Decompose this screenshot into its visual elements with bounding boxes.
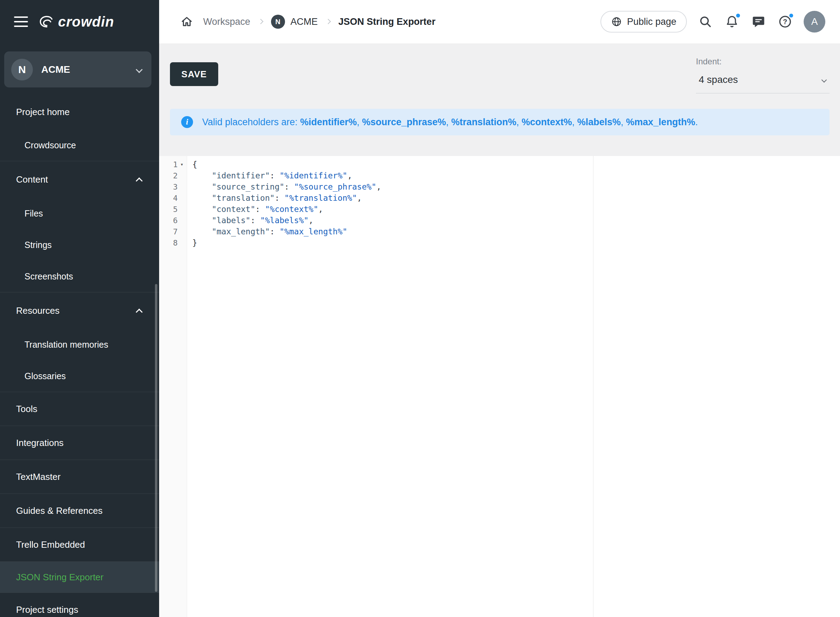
- editor-gutter: 1▾2▾3▾4▾5▾6▾7▾8▾: [159, 156, 187, 617]
- fold-arrow-icon[interactable]: ▾: [178, 161, 186, 168]
- code-line[interactable]: "context": "%context%",: [192, 204, 840, 215]
- line-number[interactable]: 3▾: [159, 181, 187, 192]
- sidebar-item-tools[interactable]: Tools: [0, 392, 159, 426]
- placeholder-token: %translation%: [451, 117, 516, 127]
- search-icon[interactable]: [697, 14, 713, 30]
- user-avatar[interactable]: A: [804, 11, 825, 32]
- placeholder-token: %labels%: [577, 117, 621, 127]
- notifications-bell-icon[interactable]: [724, 14, 740, 30]
- sidebar-scrollbar[interactable]: [155, 284, 158, 592]
- sidebar-item-project-home[interactable]: Project home: [0, 94, 159, 130]
- sidebar-item-textmaster[interactable]: TextMaster: [0, 460, 159, 493]
- sidebar-item-trello-embedded[interactable]: Trello Embedded: [0, 528, 159, 561]
- line-number[interactable]: 8▾: [159, 237, 187, 248]
- sidebar-item-label: JSON String Exporter: [16, 572, 103, 583]
- code-editor[interactable]: 1▾2▾3▾4▾5▾6▾7▾8▾ { "identifier": "%ident…: [159, 156, 840, 617]
- line-number[interactable]: 4▾: [159, 192, 187, 204]
- sidebar-item-translation-memories[interactable]: Translation memories: [0, 329, 159, 360]
- breadcrumb-project[interactable]: N ACME: [271, 15, 318, 29]
- top-header: Workspace N ACME JSON String Exporter Pu…: [159, 0, 840, 43]
- help-icon[interactable]: ?: [777, 14, 793, 30]
- breadcrumb: Workspace N ACME JSON String Exporter: [179, 14, 435, 30]
- sidebar-item-label: Strings: [25, 240, 52, 250]
- sidebar-item-files[interactable]: Files: [0, 198, 159, 229]
- sidebar-item-label: Guides & References: [16, 505, 102, 516]
- menu-icon[interactable]: [14, 16, 28, 27]
- placeholder-token: %identifier%: [300, 117, 357, 127]
- editor-ruler: [593, 156, 594, 617]
- sidebar-item-label: Screenshots: [25, 272, 73, 282]
- code-line[interactable]: "identifier": "%identifier%",: [192, 170, 840, 181]
- sidebar-item-label: TextMaster: [16, 471, 60, 482]
- main-area: Workspace N ACME JSON String Exporter Pu…: [159, 0, 840, 617]
- sidebar-item-label: Crowdsource: [25, 140, 76, 151]
- line-number[interactable]: 6▾: [159, 215, 187, 226]
- breadcrumb-project-name: ACME: [290, 16, 318, 27]
- sidebar-item-label: Tools: [16, 404, 37, 415]
- sidebar-item-label: Files: [25, 208, 43, 218]
- sidebar-item-strings[interactable]: Strings: [0, 229, 159, 261]
- indent-setting: Indent: 4 spaces: [696, 57, 830, 93]
- sidebar-item-label: Integrations: [16, 438, 63, 449]
- messages-icon[interactable]: [750, 14, 766, 30]
- sidebar-item-guides-references[interactable]: Guides & References: [0, 494, 159, 527]
- info-banner: i Valid placeholders are: %identifier%, …: [170, 109, 830, 135]
- sidebar-item-resources[interactable]: Resources: [0, 292, 159, 329]
- home-icon[interactable]: [179, 14, 195, 30]
- sidebar-item-label: Glossaries: [25, 371, 66, 381]
- chevron-right-icon: [326, 19, 330, 25]
- crowdin-logo-text: crowdin: [58, 14, 114, 30]
- globe-icon: [611, 16, 622, 27]
- sidebar-item-glossaries[interactable]: Glossaries: [0, 360, 159, 392]
- indent-select[interactable]: 4 spaces: [696, 73, 830, 93]
- svg-text:?: ?: [783, 18, 787, 25]
- code-line[interactable]: "max_length": "%max_length%": [192, 226, 840, 237]
- header-actions: Public page: [600, 11, 825, 32]
- org-avatar: N: [11, 59, 33, 80]
- public-page-label: Public page: [627, 16, 676, 27]
- placeholder-token: %source_phrase%: [362, 117, 446, 127]
- page-title: JSON String Exporter: [339, 16, 436, 27]
- sidebar-item-json-string-exporter[interactable]: JSON String Exporter: [0, 562, 159, 592]
- code-line[interactable]: "translation": "%translation%",: [192, 192, 840, 204]
- sidebar-item-integrations[interactable]: Integrations: [0, 426, 159, 460]
- code-line[interactable]: "labels": "%labels%",: [192, 215, 840, 226]
- placeholder-token: %context%: [522, 117, 572, 127]
- placeholder-token: %max_length%: [626, 117, 695, 127]
- indent-value: 4 spaces: [699, 74, 738, 86]
- sidebar-item-label: Trello Embedded: [16, 539, 85, 550]
- save-button[interactable]: SAVE: [170, 62, 218, 86]
- code-line[interactable]: }: [192, 237, 840, 248]
- line-number[interactable]: 7▾: [159, 226, 187, 237]
- line-number[interactable]: 5▾: [159, 204, 187, 215]
- sidebar-item-content[interactable]: Content: [0, 161, 159, 198]
- breadcrumb-workspace[interactable]: Workspace: [203, 16, 251, 27]
- project-badge: N: [271, 15, 285, 29]
- public-page-button[interactable]: Public page: [600, 11, 687, 32]
- chevron-right-icon: [259, 19, 262, 25]
- sidebar-item-project-settings[interactable]: Project settings: [0, 593, 159, 617]
- sidebar-item-label: Project settings: [16, 604, 78, 615]
- line-number[interactable]: 2▾: [159, 170, 187, 181]
- line-number[interactable]: 1▾: [159, 159, 187, 170]
- crowdin-logo[interactable]: crowdin: [38, 14, 114, 30]
- editor-code[interactable]: { "identifier": "%identifier%", "source_…: [187, 156, 840, 617]
- chevron-down-icon: [136, 66, 143, 73]
- sidebar-header: crowdin: [0, 0, 159, 43]
- org-name: ACME: [41, 64, 137, 75]
- sidebar-item-label: Content: [16, 174, 48, 185]
- sidebar-item-screenshots[interactable]: Screenshots: [0, 261, 159, 292]
- chevron-up-icon: [136, 177, 143, 185]
- sidebar-item-crowdsource[interactable]: Crowdsource: [0, 130, 159, 161]
- org-selector[interactable]: N ACME: [4, 52, 152, 87]
- sidebar-item-label: Resources: [16, 306, 59, 316]
- code-line[interactable]: {: [192, 159, 840, 170]
- notification-dot: [735, 13, 741, 19]
- sidebar: crowdin N ACME Project homeCrowdsourceCo…: [0, 0, 159, 617]
- chevron-down-icon: [821, 77, 827, 83]
- help-notification-dot: [788, 13, 794, 19]
- crowdin-logo-icon: [38, 14, 55, 30]
- code-line[interactable]: "source_string": "%source_phrase%",: [192, 181, 840, 192]
- indent-label: Indent:: [696, 57, 830, 66]
- sidebar-item-label: Translation memories: [25, 339, 108, 350]
